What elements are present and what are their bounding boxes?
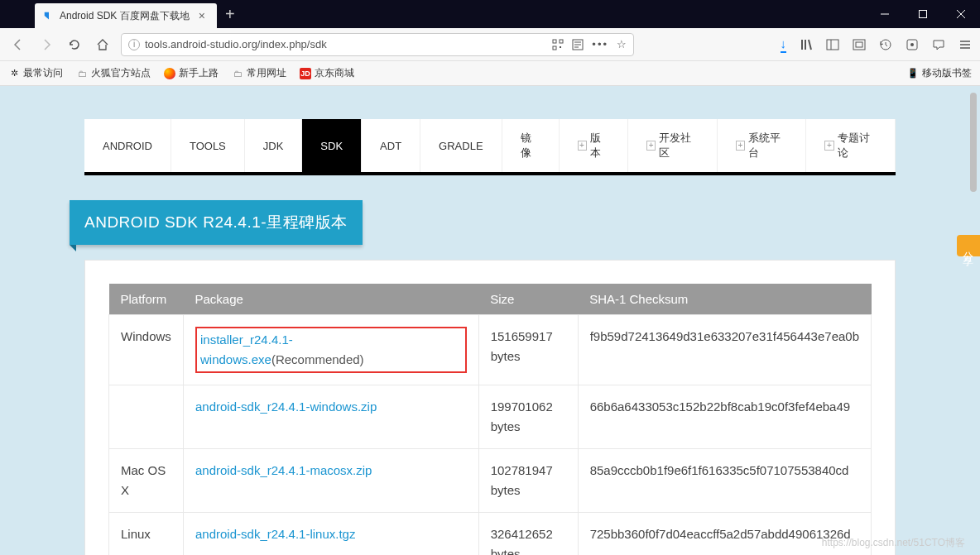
close-tab-icon[interactable]: × <box>195 9 209 22</box>
window-titlebar: Android SDK 百度网盘下载地 × + <box>0 0 980 28</box>
bookmark-label: 移动版书签 <box>922 66 972 80</box>
close-window-button[interactable] <box>942 0 980 28</box>
sidebar-icon[interactable] <box>826 38 839 51</box>
nav-version[interactable]: +版本 <box>560 119 629 172</box>
cell-package: installer_r24.4.1-windows.exe(Recommende… <box>184 315 479 385</box>
forward-button[interactable] <box>36 35 56 55</box>
nav-topic[interactable]: +专题讨论 <box>806 119 896 172</box>
nav-jdk[interactable]: JDK <box>245 119 303 172</box>
window-controls <box>866 0 980 28</box>
nav-tools[interactable]: TOOLS <box>171 119 245 172</box>
browser-tab[interactable]: Android SDK 百度网盘下载地 × <box>35 3 217 28</box>
recommended-label: (Recommended) <box>271 352 364 366</box>
cell-size: 326412652 bytes <box>478 513 578 556</box>
table-row: Linuxandroid-sdk_r24.4.1-linux.tgz326412… <box>109 513 872 556</box>
back-button[interactable] <box>8 35 28 55</box>
nav-platform[interactable]: +系统平台 <box>718 119 807 172</box>
package-link[interactable]: android-sdk_r24.4.1-linux.tgz <box>195 527 355 541</box>
maximize-button[interactable] <box>904 0 942 28</box>
nav-mirror[interactable]: 镜像 <box>502 119 560 172</box>
nav-label: 专题讨论 <box>838 131 877 160</box>
bookmark-label: 京东商城 <box>315 66 354 80</box>
bookmark-mobile[interactable]: 📱移动版书签 <box>907 66 972 80</box>
bookmark-common-urls[interactable]: 🗀常用网址 <box>232 66 286 80</box>
bookmark-jd[interactable]: JD京东商城 <box>300 66 354 80</box>
reload-button[interactable] <box>65 35 84 55</box>
banner-text-cn: 里程碑版本 <box>267 213 348 231</box>
page-actions-icon[interactable]: ••• <box>592 38 608 50</box>
url-bar[interactable]: i tools.android-studio.org/index.php/sdk… <box>121 33 634 56</box>
download-icon[interactable]: ↓ <box>781 36 787 53</box>
cell-size: 102781947 bytes <box>478 449 578 513</box>
reader-icon[interactable] <box>572 39 584 50</box>
tab-favicon <box>43 10 55 22</box>
svg-rect-6 <box>553 46 556 50</box>
svg-rect-7 <box>560 46 561 48</box>
package-link[interactable]: android-sdk_r24.4.1-macosx.zip <box>195 463 372 477</box>
home-button[interactable] <box>93 35 113 55</box>
tab-title: Android SDK 百度网盘下载地 <box>60 9 195 23</box>
svg-point-21 <box>910 43 914 46</box>
folder-icon: 🗀 <box>232 68 243 79</box>
svg-rect-17 <box>853 40 865 50</box>
plus-icon: + <box>736 141 745 151</box>
plus-icon: + <box>578 141 587 151</box>
extension-icon[interactable] <box>906 38 919 51</box>
watermark: https://blog.csdn.net/51CTO博客 <box>822 536 965 550</box>
bookmark-firefox-official[interactable]: 🗀火狐官方站点 <box>76 66 151 80</box>
cell-package: android-sdk_r24.4.1-macosx.zip <box>184 449 479 513</box>
package-link[interactable]: android-sdk_r24.4.1-windows.zip <box>195 400 377 414</box>
share-tab[interactable]: 分享 <box>957 235 980 256</box>
folder-icon: 🗀 <box>76 68 88 79</box>
menu-icon[interactable] <box>958 38 972 51</box>
nav-gradle[interactable]: GRADLE <box>420 119 502 172</box>
downloads-card: Platform Package Size SHA-1 Checksum Win… <box>84 260 896 555</box>
chat-icon[interactable] <box>932 38 945 51</box>
th-platform: Platform <box>109 284 184 315</box>
url-actions: ••• ☆ <box>552 38 627 50</box>
bookmarks-bar: ✲最常访问 🗀火狐官方站点 新手上路 🗀常用网址 JD京东商城 📱移动版书签 <box>0 61 980 86</box>
table-row: android-sdk_r24.4.1-windows.zip199701062… <box>109 385 872 449</box>
cell-platform: Mac OS X <box>109 449 184 513</box>
plus-icon: + <box>824 141 833 151</box>
table-row: Windowsinstaller_r24.4.1-windows.exe(Rec… <box>109 315 872 385</box>
toolbar-right-icons: ↓ <box>781 36 973 53</box>
cell-package: android-sdk_r24.4.1-windows.zip <box>184 385 479 449</box>
screenshot-icon[interactable] <box>853 38 866 51</box>
nav-android[interactable]: ANDROID <box>84 119 171 172</box>
downloads-table: Platform Package Size SHA-1 Checksum Win… <box>108 284 872 555</box>
th-package: Package <box>184 284 479 315</box>
firefox-icon <box>164 68 175 79</box>
bookmark-star-icon[interactable]: ☆ <box>617 38 627 50</box>
new-tab-button[interactable]: + <box>217 5 243 24</box>
nav-adt[interactable]: ADT <box>362 119 420 172</box>
library-icon[interactable] <box>800 38 813 51</box>
cell-size: 199701062 bytes <box>478 385 578 449</box>
cell-size: 151659917 bytes <box>478 315 578 385</box>
bookmark-label: 常用网址 <box>247 66 286 80</box>
nav-devcommunity[interactable]: +开发社区 <box>628 119 718 172</box>
bookmark-newbie[interactable]: 新手上路 <box>164 66 219 80</box>
bookmark-label: 最常访问 <box>23 66 63 80</box>
qr-icon[interactable] <box>552 39 564 50</box>
th-size: Size <box>478 284 578 315</box>
scrollbar-thumb[interactable] <box>970 93 977 192</box>
th-checksum: SHA-1 Checksum <box>578 284 871 315</box>
table-row: Mac OS Xandroid-sdk_r24.4.1-macosx.zip10… <box>109 449 872 513</box>
history-icon[interactable] <box>879 38 892 51</box>
gear-icon: ✲ <box>8 68 20 79</box>
site-info-icon[interactable]: i <box>128 39 140 50</box>
bookmark-frequent[interactable]: ✲最常访问 <box>8 66 63 80</box>
svg-rect-1 <box>920 11 927 18</box>
mobile-icon: 📱 <box>907 68 919 79</box>
nav-label: 版本 <box>590 131 610 160</box>
nav-sdk[interactable]: SDK <box>302 119 362 172</box>
browser-toolbar: i tools.android-studio.org/index.php/sdk… <box>0 28 980 61</box>
page-content: ANDROID TOOLS JDK SDK ADT GRADLE 镜像 +版本 … <box>84 86 896 555</box>
bookmark-label: 火狐官方站点 <box>91 66 151 80</box>
minimize-button[interactable] <box>866 0 904 28</box>
cell-checksum: 85a9cccb0b1f9e6f1f616335c5f07107553840cd <box>578 449 871 513</box>
nav-label: 系统平台 <box>748 131 787 160</box>
url-text: tools.android-studio.org/index.php/sdk <box>145 38 552 50</box>
bookmark-label: 新手上路 <box>179 66 219 80</box>
